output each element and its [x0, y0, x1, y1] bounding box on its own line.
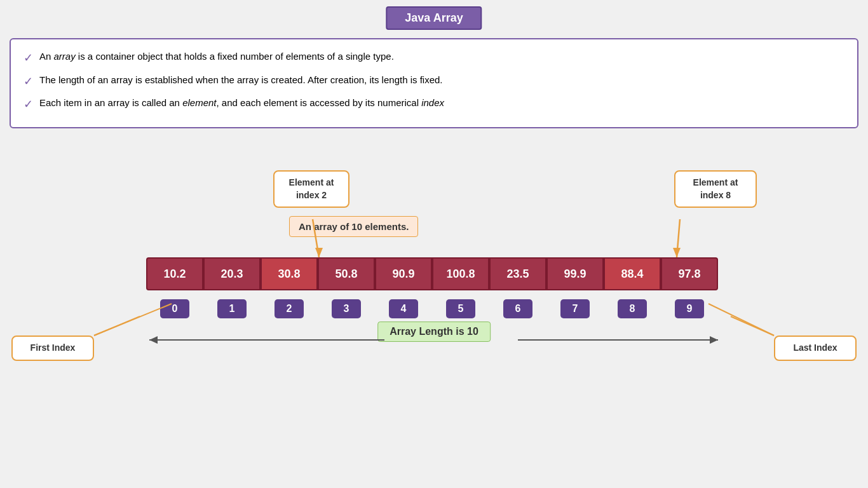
bullet-3-text: Each item in an array is called an eleme…	[39, 95, 444, 111]
svg-line-8	[94, 316, 140, 336]
check-icon-2: ✓	[24, 72, 33, 92]
index-cell-8: 8	[604, 297, 661, 321]
svg-marker-5	[149, 336, 158, 344]
index-badge-3: 3	[332, 299, 361, 318]
index-badge-6: 6	[503, 299, 532, 318]
svg-marker-1	[315, 248, 323, 257]
index-badge-9: 9	[675, 299, 704, 318]
svg-marker-7	[710, 336, 718, 344]
array-cell-2: 30.8	[261, 257, 318, 290]
index-badge-2: 2	[275, 299, 304, 318]
info-box: ✓ An array is a container object that ho…	[10, 38, 858, 128]
index-cell-2: 2	[261, 297, 318, 321]
bullet-1-text: An array is a container object that hold…	[39, 48, 394, 65]
index-badge-7: 7	[560, 299, 590, 318]
index-cell-9: 9	[661, 297, 718, 321]
array-cell-5: 100.8	[432, 257, 489, 290]
index-badge-8: 8	[618, 299, 647, 318]
page-title: Java Array	[386, 6, 482, 30]
diagram-area: Element atindex 2 Element atindex 8 An a…	[0, 159, 868, 488]
index-badge-4: 4	[389, 299, 418, 318]
array-length-text: Array Length is 10	[390, 326, 478, 337]
array-cell-1: 20.3	[203, 257, 261, 290]
bullet-2-text: The length of an array is established wh…	[39, 72, 443, 88]
index-badge-5: 5	[446, 299, 475, 318]
svg-marker-3	[673, 248, 681, 257]
index-badge-1: 1	[217, 299, 247, 318]
bullet-2: ✓ The length of an array is established …	[24, 72, 844, 92]
array-cell-0: 10.2	[146, 257, 203, 290]
index-badge-0: 0	[160, 299, 189, 318]
array-cell-7: 99.9	[546, 257, 604, 290]
index-cell-5: 5	[432, 297, 489, 321]
callout-index8-text: Element atindex 8	[693, 177, 738, 200]
array-cell-9: 97.8	[661, 257, 718, 290]
title-text: Java Array	[405, 11, 463, 24]
array-cell-3: 50.8	[318, 257, 375, 290]
check-icon-3: ✓	[24, 95, 33, 114]
array-label: An array of 10 elements.	[289, 216, 418, 237]
array-cell-4: 90.9	[375, 257, 432, 290]
first-index-callout: First Index	[11, 336, 94, 361]
array-cells-row: 10.2 20.3 30.8 50.8 90.9 100.8 23.5 99.9…	[146, 257, 718, 290]
callout-index2: Element atindex 2	[273, 170, 349, 208]
index-cells-row: 0 1 2 3 4 5 6 7 8 9	[146, 297, 718, 321]
callout-index8: Element atindex 8	[674, 170, 757, 208]
check-icon-1: ✓	[24, 48, 33, 68]
index-cell-3: 3	[318, 297, 375, 321]
callout-index2-text: Element atindex 2	[289, 177, 334, 200]
bullet-1: ✓ An array is a container object that ho…	[24, 48, 844, 68]
first-index-text: First Index	[31, 342, 76, 353]
last-index-callout: Last Index	[774, 336, 857, 361]
index-cell-0: 0	[146, 297, 203, 321]
array-length-label: Array Length is 10	[377, 322, 491, 342]
svg-line-2	[677, 219, 680, 257]
index-cell-6: 6	[489, 297, 546, 321]
bullet-3: ✓ Each item in an array is called an ele…	[24, 95, 844, 114]
array-cell-8: 88.4	[604, 257, 661, 290]
index-cell-1: 1	[203, 297, 261, 321]
array-label-text: An array of 10 elements.	[299, 221, 409, 232]
svg-line-10	[731, 316, 774, 336]
index-cell-7: 7	[546, 297, 604, 321]
array-cell-6: 23.5	[489, 257, 546, 290]
svg-line-11	[709, 304, 774, 336]
last-index-text: Last Index	[793, 342, 837, 353]
index-cell-4: 4	[375, 297, 432, 321]
